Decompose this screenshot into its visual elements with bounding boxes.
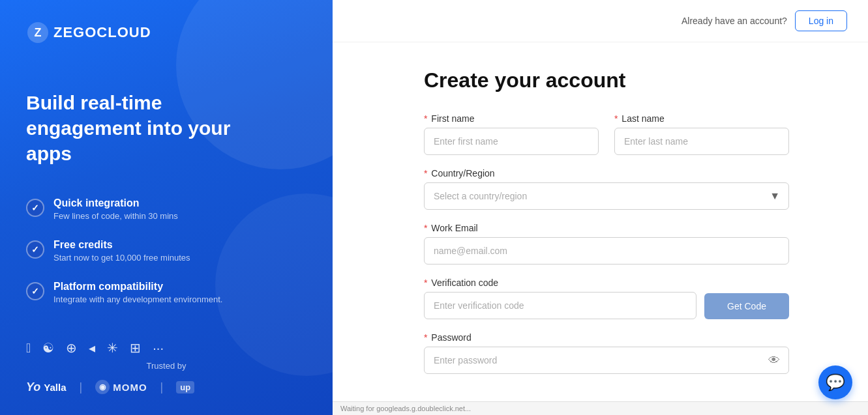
- work-email-label: * Work Email: [424, 223, 789, 233]
- eye-icon[interactable]: 👁: [768, 354, 780, 367]
- password-wrapper: 👁: [424, 347, 789, 374]
- feature-title-3: Platform compatibility: [53, 281, 222, 293]
- uplive-brand: up: [176, 381, 194, 394]
- check-icon-1: [26, 199, 44, 217]
- verification-required: *: [424, 278, 427, 288]
- flutter-icon: ◂: [89, 340, 95, 356]
- trusted-label: Trusted by: [26, 361, 307, 371]
- first-name-input[interactable]: [424, 128, 599, 155]
- trusted-section:  ☯ ⊕ ◂ ✳ ⊞ ··· Trusted by Yo Yalla | ◉ …: [26, 340, 307, 394]
- first-name-required: *: [424, 113, 427, 124]
- work-email-required: *: [424, 223, 427, 233]
- feature-desc-2: Start now to get 10,000 free minutes: [53, 253, 190, 263]
- web-icon: ⊕: [66, 340, 77, 356]
- work-email-group: * Work Email: [424, 223, 789, 265]
- svg-text:Z: Z: [35, 26, 42, 39]
- last-name-required: *: [614, 113, 618, 124]
- country-required: *: [424, 168, 427, 179]
- top-bar: Already have an account? Log in: [333, 0, 868, 42]
- hero-title: Build real-time engagement into your app…: [26, 90, 248, 166]
- brand-divider-2: |: [160, 380, 164, 394]
- check-icon-3: [26, 282, 44, 300]
- apple-icon: : [26, 341, 31, 356]
- feature-item-2: Free credits Start now to get 10,000 fre…: [26, 239, 307, 263]
- login-button[interactable]: Log in: [795, 10, 847, 31]
- verification-group: * Verification code Get Code: [424, 278, 789, 319]
- feature-title-1: Quick integration: [53, 197, 178, 209]
- last-name-input[interactable]: [614, 128, 789, 155]
- brand-divider-1: |: [80, 380, 83, 394]
- form-container: Create your account * First name * Last …: [333, 42, 841, 400]
- status-bar: Waiting for googleads.g.doubleclick.net.…: [333, 401, 868, 415]
- logo-text: ZEGOCLOUD: [53, 24, 151, 41]
- verification-code-input[interactable]: [424, 292, 696, 319]
- feature-item-3: Platform compatibility Integrate with an…: [26, 281, 307, 304]
- get-code-button[interactable]: Get Code: [704, 293, 789, 319]
- feature-list: Quick integration Few lines of code, wit…: [26, 197, 307, 304]
- right-panel: Already have an account? Log in Create y…: [333, 0, 868, 415]
- feature-item-1: Quick integration Few lines of code, wit…: [26, 197, 307, 221]
- country-label: * Country/Region: [424, 168, 789, 179]
- status-text: Waiting for googleads.g.doubleclick.net.…: [340, 405, 471, 412]
- country-select-wrapper: Select a country/region ▼: [424, 182, 789, 210]
- password-required: *: [424, 332, 427, 343]
- check-icon-2: [26, 240, 44, 259]
- form-title: Create your account: [424, 68, 789, 93]
- first-name-group: * First name: [424, 113, 599, 155]
- platform-icons:  ☯ ⊕ ◂ ✳ ⊞ ···: [26, 340, 307, 356]
- logo-icon: Z: [26, 21, 50, 44]
- yalla-brand: Yo Yalla: [26, 380, 67, 394]
- verification-row: Get Code: [424, 292, 789, 319]
- feature-desc-3: Integrate with any development environme…: [53, 294, 222, 304]
- windows-icon: ⊞: [130, 340, 141, 356]
- country-group: * Country/Region Select a country/region…: [424, 168, 789, 210]
- more-icon: ···: [153, 341, 164, 356]
- country-select[interactable]: Select a country/region: [424, 182, 789, 210]
- password-group: * Password 👁: [424, 332, 789, 374]
- left-panel: Z ZEGOCLOUD Build real-time engagement i…: [0, 0, 333, 415]
- first-name-label: * First name: [424, 113, 599, 124]
- android-icon: ☯: [42, 340, 54, 356]
- password-input[interactable]: [424, 347, 789, 374]
- logo: Z ZEGOCLOUD: [26, 21, 307, 44]
- feature-title-2: Free credits: [53, 239, 190, 251]
- last-name-group: * Last name: [614, 113, 789, 155]
- work-email-input[interactable]: [424, 237, 789, 265]
- verification-label: * Verification code: [424, 278, 789, 288]
- password-label: * Password: [424, 332, 789, 343]
- chat-bubble[interactable]: 💬: [818, 365, 852, 399]
- chat-icon: 💬: [826, 373, 845, 392]
- name-row: * First name * Last name: [424, 113, 789, 155]
- brand-logos: Yo Yalla | ◉ MOMO | up: [26, 380, 307, 394]
- already-have-account-text: Already have an account?: [681, 16, 787, 26]
- last-name-label: * Last name: [614, 113, 789, 124]
- feature-desc-1: Few lines of code, within 30 mins: [53, 211, 178, 221]
- momo-brand: ◉ MOMO: [95, 380, 147, 394]
- react-icon: ✳: [107, 340, 118, 356]
